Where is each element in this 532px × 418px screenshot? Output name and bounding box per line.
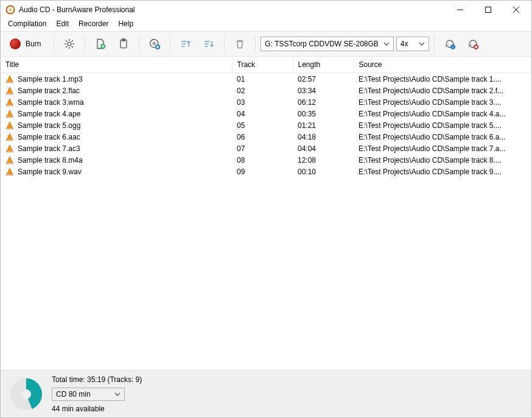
track-title: Sample track 4.ape: [18, 110, 80, 118]
toolbar: Burn G: TSSTcorp CDDVDW SE-208GB: [1, 31, 531, 57]
move-down-button[interactable]: [198, 35, 219, 53]
track-title: Sample track 2.flac: [18, 87, 80, 95]
chevron-down-icon: [383, 41, 390, 47]
table-row[interactable]: Sample track 4.ape0400:35E:\Test Project…: [1, 108, 531, 119]
speed-label: 4x: [401, 40, 408, 48]
burn-icon: [10, 38, 21, 49]
track-number: 08: [232, 154, 293, 166]
table-header-row: Title Track Length Source: [1, 57, 531, 73]
track-source: E:\Test Projects\Audio CD\Sample track 2…: [354, 85, 531, 96]
table-row[interactable]: Sample track 5.ogg0501:21E:\Test Project…: [1, 119, 531, 131]
track-title: Sample track 1.mp3: [18, 75, 83, 83]
svg-rect-37: [7, 93, 13, 94]
drive-select[interactable]: G: TSSTcorp CDDVDW SE-208GB: [261, 37, 394, 51]
window-title: Audio CD - BurnAware Professional: [19, 5, 135, 14]
add-track-button[interactable]: [144, 35, 165, 53]
audio-file-icon: [5, 98, 14, 107]
available-label: 44 min available: [52, 405, 142, 413]
audio-file-icon: [5, 75, 14, 83]
track-title: Sample track 7.ac3: [18, 144, 80, 153]
col-source[interactable]: Source: [354, 57, 531, 73]
track-source: E:\Test Projects\Audio CD\Sample track 9…: [354, 166, 531, 177]
refresh-info-icon: i: [444, 38, 456, 50]
total-time-label: Total time: 35:19 (Tracks: 9): [52, 375, 142, 384]
media-select[interactable]: CD 80 min: [52, 388, 125, 401]
menubar: Compilation Edit Recorder Help: [1, 19, 531, 31]
audio-file-icon: [5, 110, 14, 118]
gear-icon: [63, 38, 75, 50]
svg-point-6: [68, 42, 71, 46]
col-track[interactable]: Track: [232, 57, 293, 73]
track-source: E:\Test Projects\Audio CD\Sample track 8…: [354, 154, 531, 166]
table-row[interactable]: Sample track 6.aac0604:18E:\Test Project…: [1, 131, 531, 143]
svg-rect-41: [7, 140, 13, 141]
table-row[interactable]: Sample track 8.m4a0812:08E:\Test Project…: [1, 154, 531, 166]
svg-line-14: [72, 40, 73, 41]
audio-file-icon: [5, 133, 14, 141]
svg-rect-42: [7, 151, 13, 152]
erase-disc-button[interactable]: [463, 35, 483, 53]
table-row[interactable]: Sample track 3.wma0306:12E:\Test Project…: [1, 96, 531, 108]
svg-rect-40: [7, 128, 13, 129]
add-file-button[interactable]: [90, 35, 111, 53]
svg-rect-43: [7, 163, 13, 164]
chevron-down-icon: [114, 391, 121, 397]
track-source: E:\Test Projects\Audio CD\Sample track 6…: [354, 131, 531, 143]
app-window: Audio CD - BurnAware Professional Compil…: [0, 0, 532, 418]
track-number: 07: [232, 143, 293, 154]
table-row[interactable]: Sample track 9.wav0900:10E:\Test Project…: [1, 166, 531, 177]
track-length: 01:21: [293, 119, 354, 131]
track-title: Sample track 8.m4a: [18, 156, 83, 165]
track-length: 00:35: [293, 108, 354, 119]
col-title[interactable]: Title: [1, 57, 232, 73]
paste-button[interactable]: [113, 35, 134, 53]
burn-label: Burn: [26, 40, 41, 48]
audio-file-icon: [5, 121, 14, 130]
move-up-button[interactable]: [175, 35, 196, 53]
sort-down-icon: [203, 38, 215, 50]
status-footer: Total time: 35:19 (Tracks: 9) CD 80 min …: [1, 370, 531, 417]
svg-rect-39: [7, 116, 13, 118]
table-row[interactable]: Sample track 2.flac0203:34E:\Test Projec…: [1, 85, 531, 96]
options-button[interactable]: [59, 35, 80, 53]
speed-select[interactable]: 4x: [396, 37, 429, 51]
track-number: 03: [232, 96, 293, 108]
track-title: Sample track 3.wma: [18, 98, 84, 107]
table-row[interactable]: Sample track 1.mp30102:57E:\Test Project…: [1, 73, 531, 85]
refresh-drive-button[interactable]: i: [439, 35, 460, 53]
maximize-button[interactable]: [474, 1, 502, 19]
menu-recorder[interactable]: Recorder: [74, 18, 113, 29]
svg-point-1: [9, 9, 12, 11]
track-list[interactable]: Title Track Length Source Sample track 1…: [1, 57, 531, 370]
track-source: E:\Test Projects\Audio CD\Sample track 3…: [354, 96, 531, 108]
delete-button[interactable]: [229, 35, 250, 53]
track-source: E:\Test Projects\Audio CD\Sample track 7…: [354, 143, 531, 154]
track-length: 00:10: [293, 166, 354, 177]
track-source: E:\Test Projects\Audio CD\Sample track 1…: [354, 73, 531, 85]
track-number: 09: [232, 166, 293, 177]
app-icon: [5, 5, 15, 15]
media-label: CD 80 min: [56, 390, 91, 399]
minimize-button[interactable]: [446, 1, 474, 19]
drive-label: G: TSSTcorp CDDVDW SE-208GB: [265, 40, 379, 48]
clipboard-icon: [117, 38, 130, 50]
track-length: 02:57: [293, 73, 354, 85]
track-length: 06:12: [293, 96, 354, 108]
chevron-down-icon: [419, 41, 425, 47]
track-length: 12:08: [293, 154, 354, 166]
burn-button[interactable]: Burn: [5, 35, 49, 53]
menu-help[interactable]: Help: [113, 18, 138, 29]
titlebar: Audio CD - BurnAware Professional: [1, 1, 531, 19]
col-length[interactable]: Length: [293, 57, 354, 73]
track-number: 06: [232, 131, 293, 143]
disc-plus-icon: [149, 38, 161, 50]
svg-line-12: [72, 46, 73, 48]
track-title: Sample track 9.wav: [18, 168, 82, 176]
svg-line-11: [66, 40, 67, 41]
svg-line-13: [66, 46, 67, 48]
close-button[interactable]: [502, 1, 530, 19]
svg-rect-36: [7, 82, 13, 83]
menu-edit[interactable]: Edit: [51, 18, 74, 29]
table-row[interactable]: Sample track 7.ac30704:04E:\Test Project…: [1, 143, 531, 154]
menu-compilation[interactable]: Compilation: [3, 18, 51, 29]
